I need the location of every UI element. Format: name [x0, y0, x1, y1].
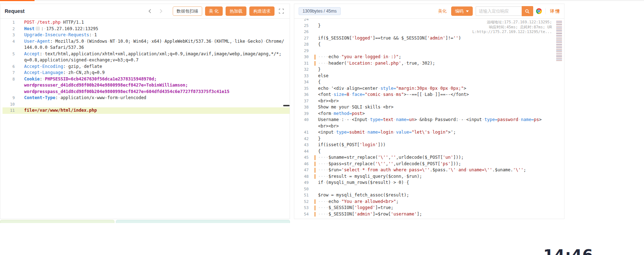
change-indicator — [314, 162, 316, 167]
code-line[interactable]: 5Accept:·text/html,application/xhtml+xml… — [3, 51, 290, 57]
line-number: 41 — [296, 129, 309, 136]
code-line[interactable]: 36<font·size=8·face="comic·sans·ms">--==… — [296, 92, 564, 98]
code-line[interactable]: 31····header('Location:·panel.php',·true… — [296, 60, 564, 67]
chrome-icon[interactable] — [536, 8, 542, 14]
line-number: 11 — [3, 107, 15, 114]
code-line[interactable]: 42} — [296, 136, 564, 142]
prev-request-button[interactable] — [146, 7, 154, 15]
line-number — [3, 89, 15, 95]
code-line[interactable]: 46····$pass=str_replace('\'','',urldecod… — [296, 161, 564, 167]
line-number: 50 — [296, 186, 309, 193]
code-line[interactable]: 9Content-Type:·application/x-www-form-ur… — [3, 95, 290, 101]
code-line[interactable]: 1POST·/test.php·HTTP/1.1 — [3, 19, 290, 26]
line-number: 4 — [3, 38, 15, 45]
code-line[interactable]: 54····$_SESSION['admin']=$row['username'… — [296, 211, 564, 218]
code-line[interactable]: 7Accept-Language:·zh-CN,zh;q=0.9 — [3, 70, 290, 76]
code-line[interactable]: 44{ — [296, 148, 564, 155]
line-number — [3, 57, 15, 64]
code-line[interactable]: 52····echo·"You·are·allowed<br>"; — [296, 199, 564, 205]
code-line[interactable]: 37<br><br> — [296, 98, 564, 105]
encode-dropdown-button[interactable]: 编码 — [451, 6, 473, 16]
code-line[interactable]: 38Show·me·your·SQLI·skills·<br> — [296, 104, 564, 111]
code-line[interactable]: 144.0.0.0·Safari/537.36 — [3, 45, 290, 51]
chevron-down-icon — [466, 10, 469, 12]
line-number — [296, 123, 309, 130]
response-stats-badge: 1309bytes / 45ms — [299, 7, 341, 15]
code-line[interactable]: 49if·(mysqli_num_rows($result)·>·0)·{ — [296, 180, 564, 186]
response-search — [476, 6, 533, 16]
code-line[interactable]: 3Upgrade-Insecure-Requests:·1 — [3, 32, 290, 38]
response-editor[interactable]: 远端地址:175.27.169.122:13295; 响应时间:45ms; 总耗… — [294, 19, 564, 219]
build-request-button[interactable]: 构造请求 — [249, 6, 275, 16]
code-line[interactable]: 11file=/var/www/html/index.php — [3, 107, 290, 114]
hot-reload-button[interactable]: 热加载 — [226, 6, 246, 16]
search-input[interactable] — [476, 6, 522, 16]
request-title: Request — [5, 8, 24, 14]
line-number: 24 — [296, 19, 309, 23]
request-header: Request 数据包扫描 美 化 热加载 构造请求 — [0, 4, 290, 19]
line-number: 34 — [296, 79, 309, 85]
code-line[interactable]: 2Host:·175.27.169.122:13295 — [3, 26, 290, 32]
line-number: 9 — [3, 95, 15, 101]
code-line[interactable]: 45····$uname=str_replace('\'','',urldeco… — [296, 154, 564, 161]
code-line[interactable]: 43if(isset($_POST['login'])) — [296, 142, 564, 148]
code-line[interactable]: 53····$_SESSION['logged']=true; — [296, 205, 564, 211]
code-line[interactable]: 30····echo·"you·are·logged·in·:)"; — [296, 54, 564, 60]
code-line[interactable]: 47····$run='select·*·from·auth·where·pas… — [296, 167, 564, 173]
line-number: 39 — [296, 111, 309, 117]
code-line[interactable]: 6Accept-Encoding:·gzip,·deflate — [3, 64, 290, 70]
line-number: 37 — [296, 98, 309, 105]
line-number: 28 — [296, 41, 309, 48]
code-line[interactable]: <br><br> — [296, 123, 564, 130]
code-line[interactable]: wordpressuser_d41d8cd98f00b204e9800998ec… — [3, 82, 290, 89]
search-button[interactable] — [522, 6, 533, 16]
change-indicator — [314, 205, 316, 210]
code-line[interactable]: 48····$result·=·mysqli_query($conn,·$run… — [296, 173, 564, 180]
scrollbar-thumb[interactable] — [283, 105, 290, 106]
line-number: 51 — [296, 192, 309, 199]
code-line[interactable]: 28{ — [296, 41, 564, 48]
code-line[interactable]: 10 — [3, 101, 290, 108]
line-number — [3, 45, 15, 51]
line-number: 32 — [296, 66, 309, 73]
code-line[interactable]: wordpresspass_d41d8cd98f00b204e9800998ec… — [3, 89, 290, 95]
change-indicator — [314, 212, 316, 217]
code-line[interactable]: 32} — [296, 66, 564, 73]
line-number: 25 — [296, 23, 309, 29]
code-line[interactable]: 41<input·type=submit·name=login·value="l… — [296, 129, 564, 136]
line-number: 26 — [296, 29, 309, 35]
details-button[interactable]: 详 情 — [545, 8, 560, 14]
code-line[interactable]: 29 — [296, 48, 564, 54]
line-number: 5 — [3, 51, 15, 57]
request-panel: Request 数据包扫描 美 化 热加载 构造请求 1POST·/test.p… — [0, 4, 290, 219]
beautify-request-button[interactable]: 美 化 — [205, 6, 223, 16]
code-line[interactable]: 27if($_SESSION['logged']==true·&&·$_SESS… — [296, 35, 564, 42]
code-line[interactable]: 35echo·'<div·align=center·style="margin:… — [296, 85, 564, 92]
fullscreen-icon[interactable] — [277, 7, 285, 15]
code-line[interactable]: 51$row·=·mysqli_fetch_assoc($result); — [296, 192, 564, 199]
code-line[interactable]: 50 — [296, 186, 564, 193]
code-line[interactable]: 4User-Agent:·Mozilla/5.0·(Windows·NT·10.… — [3, 38, 290, 45]
response-timing: 响应时间:45ms; 总耗时:87ms; UR — [472, 25, 552, 30]
header-inlay-tag[interactable] — [36, 27, 40, 31]
code-line[interactable]: 40Username·:·-·<Input·type=text·name=un>… — [296, 117, 564, 123]
top-accent-bar — [0, 0, 35, 1]
line-number: 42 — [296, 136, 309, 142]
code-line[interactable]: 8Cookie:·PHPSESSID=6cb4267630f56dca1e237… — [3, 76, 290, 83]
line-number: 36 — [296, 92, 309, 98]
next-request-button[interactable] — [157, 7, 165, 15]
minimap[interactable] — [556, 19, 563, 216]
line-number: 54 — [296, 211, 309, 218]
line-number: 10 — [3, 101, 15, 108]
code-line[interactable]: 39<form·method=post> — [296, 111, 564, 117]
code-line[interactable]: 33else — [296, 73, 564, 79]
clock: 14:46 — [543, 246, 593, 255]
packet-scan-button[interactable]: 数据包扫描 — [173, 6, 202, 16]
line-number: 7 — [3, 70, 15, 76]
code-line[interactable]: 34{ — [296, 79, 564, 85]
code-line[interactable]: q=0.8,application/signed-exchange;v=b3;q… — [3, 57, 290, 64]
beautify-response-button[interactable]: 美化 — [437, 6, 448, 16]
response-header: 1309bytes / 45ms 美化 编码 详 情 — [294, 4, 564, 19]
line-number: 40 — [296, 117, 309, 123]
request-editor[interactable]: 1POST·/test.php·HTTP/1.12Host:·175.27.16… — [0, 19, 290, 219]
